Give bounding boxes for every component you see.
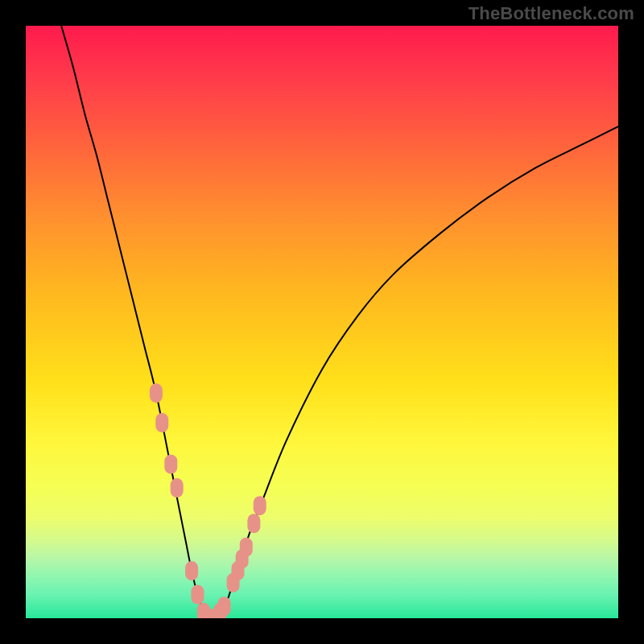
highlight-marker [164,455,177,474]
plot-area [26,26,618,618]
curve-group [61,26,618,618]
highlight-marker [191,585,204,605]
highlight-marker [240,538,253,557]
highlight-marker [218,597,231,616]
chart-frame: TheBottleneck.com [0,0,644,644]
highlight-marker [254,496,266,515]
marker-group [150,383,266,618]
highlight-marker [171,478,184,497]
highlight-marker [155,413,168,432]
bottleneck-curve [61,26,618,618]
watermark-text: TheBottleneck.com [469,3,634,24]
highlight-marker [185,561,198,580]
chart-svg [26,26,618,618]
highlight-marker [247,514,260,533]
highlight-marker [150,383,163,402]
